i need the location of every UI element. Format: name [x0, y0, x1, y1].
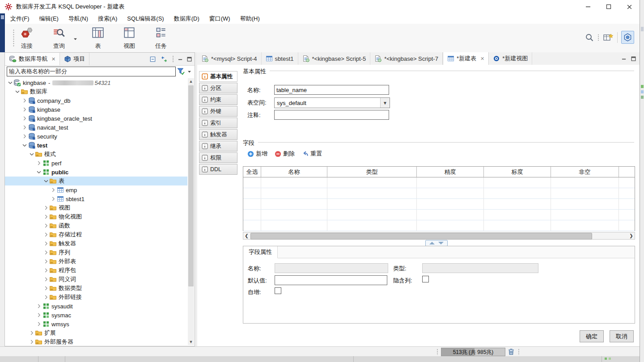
tree-item-模式[interactable]: 模式: [5, 150, 187, 159]
chevron-collapsed-icon[interactable]: [50, 186, 56, 194]
editor-tab-sbtest1[interactable]: sbtest1: [262, 52, 298, 65]
heap-status[interactable]: 513兆 (共 985兆): [441, 348, 505, 356]
collapse-all-icon[interactable]: [149, 56, 156, 63]
chevron-collapsed-icon[interactable]: [28, 329, 35, 337]
tree-item-同义词[interactable]: 同义词: [5, 275, 187, 284]
chevron-collapsed-icon[interactable]: [42, 267, 49, 274]
chevron-expanded-icon[interactable]: [28, 151, 35, 158]
table-filter-input[interactable]: [7, 67, 176, 76]
column-header-名称[interactable]: 名称: [261, 167, 327, 177]
navigator-tab-数据库导航[interactable]: 数据库导航✕: [5, 53, 60, 65]
side-tab-基本属性[interactable]: 基本属性: [199, 71, 237, 82]
garbage-collect-icon[interactable]: [507, 348, 515, 356]
menu-item-5[interactable]: SQL编辑器(S): [122, 13, 169, 24]
tree-item-test[interactable]: test: [5, 141, 187, 150]
side-tab-索引[interactable]: 索引: [199, 118, 237, 128]
window-minimize-button[interactable]: [578, 0, 598, 13]
tree-item-物化视图[interactable]: 物化视图: [5, 212, 187, 221]
tree-item-sysaudit[interactable]: sysaudit: [5, 302, 187, 311]
tree-item-序列[interactable]: 序列: [5, 248, 187, 257]
maximize-view-icon[interactable]: [187, 57, 192, 62]
column-header-类型[interactable]: 类型: [327, 167, 417, 177]
tree-item-表[interactable]: 表: [5, 177, 187, 185]
tree-item-扩展[interactable]: 扩展: [5, 328, 187, 337]
side-tab-约束[interactable]: 约束: [199, 94, 237, 105]
side-tab-权限[interactable]: 权限: [199, 152, 237, 163]
chevron-collapsed-icon[interactable]: [42, 240, 49, 247]
tree-item-wmsys[interactable]: wmsys: [5, 320, 187, 328]
window-maximize-button[interactable]: [598, 0, 619, 13]
scroll-up-icon[interactable]: ▲: [188, 78, 194, 84]
splitter-up-icon[interactable]: [429, 242, 435, 244]
link-with-editor-icon[interactable]: [160, 56, 168, 63]
tree-item-存储过程[interactable]: 存储过程: [5, 230, 187, 239]
tree-item-kingbase[interactable]: kingbase-54321: [5, 78, 187, 87]
autoincrement-checkbox[interactable]: [275, 287, 281, 294]
toolbar-视图-button[interactable]: 视图: [115, 26, 144, 50]
field-properties-tab[interactable]: 字段属性: [243, 246, 278, 258]
menu-item-6[interactable]: 数据库(D): [169, 13, 204, 24]
hidden-column-checkbox[interactable]: [422, 276, 429, 282]
splitter-down-icon[interactable]: [438, 242, 444, 244]
tree-item-kingbase[interactable]: kingbase: [5, 105, 187, 114]
tree-item-sysmac[interactable]: sysmac: [5, 311, 187, 320]
toolbar-连接-button[interactable]: 连接: [13, 26, 41, 50]
side-tab-触发器[interactable]: 触发器: [199, 129, 237, 140]
chevron-expanded-icon[interactable]: [42, 177, 49, 185]
side-tab-继承[interactable]: 继承: [199, 141, 237, 152]
tree-item-触发器[interactable]: 触发器: [5, 239, 187, 248]
chevron-expanded-icon[interactable]: [14, 88, 21, 95]
column-header-全选[interactable]: 全选: [243, 167, 261, 177]
chevron-down-icon[interactable]: [73, 37, 77, 41]
chevron-collapsed-icon[interactable]: [42, 276, 49, 283]
ok-button[interactable]: 确定: [580, 330, 604, 342]
tree-item-company_db[interactable]: company_db: [5, 96, 187, 105]
tree-item-navicat_test[interactable]: navicat_test: [5, 123, 187, 132]
chevron-collapsed-icon[interactable]: [42, 249, 49, 256]
cancel-button[interactable]: 取消: [610, 330, 634, 342]
filter-icon[interactable]: [177, 67, 185, 76]
tablespace-select[interactable]: sys_default ▼: [274, 97, 390, 108]
search-icon[interactable]: [585, 33, 594, 42]
minimize-view-icon[interactable]: [178, 57, 183, 62]
chevron-collapsed-icon[interactable]: [42, 204, 49, 211]
fields-table[interactable]: 全选名称类型精度标度非空: [243, 166, 635, 231]
chevron-collapsed-icon[interactable]: [42, 285, 49, 292]
chevron-collapsed-icon[interactable]: [50, 195, 56, 202]
editor-tab-新建视图[interactable]: *新建视图: [489, 52, 532, 65]
open-perspective-icon[interactable]: [603, 33, 614, 42]
filter-dropdown-icon[interactable]: [187, 70, 191, 74]
table-name-input[interactable]: [274, 85, 389, 95]
editor-tab-mysqlScript-4[interactable]: *<mysql> Script-4: [197, 52, 262, 65]
tree-scrollbar[interactable]: ▲ ▼: [188, 78, 194, 345]
chevron-collapsed-icon[interactable]: [42, 258, 49, 265]
splitter-handle[interactable]: [425, 240, 448, 246]
tree-item-kingbase_oracle_test[interactable]: kingbase_oracle_test: [5, 114, 187, 123]
menu-item-3[interactable]: 导航(N): [64, 13, 93, 24]
tree-item-数据类型[interactable]: 数据类型: [5, 284, 187, 293]
chevron-collapsed-icon[interactable]: [35, 303, 42, 310]
chevron-expanded-icon[interactable]: [21, 142, 28, 149]
chevron-collapsed-icon[interactable]: [42, 222, 49, 229]
column-header-非空[interactable]: 非空: [551, 167, 619, 177]
side-tab-分区[interactable]: 分区: [199, 83, 237, 93]
scroll-down-icon[interactable]: ▼: [188, 339, 194, 345]
chevron-collapsed-icon[interactable]: [28, 338, 35, 345]
comment-input[interactable]: [274, 110, 389, 120]
maximize-editor-icon[interactable]: [631, 56, 636, 61]
tree-scrollbar-thumb[interactable]: [188, 85, 194, 286]
editor-tab-kingbaseScript-7[interactable]: *<kingbase> Script-7: [370, 52, 443, 65]
tree-item-外部服务器[interactable]: 外部服务器: [5, 337, 187, 345]
editor-tab-新建表[interactable]: *新建表✕: [443, 52, 489, 65]
chevron-collapsed-icon[interactable]: [21, 115, 28, 122]
menu-item-7[interactable]: 窗口(W): [204, 13, 235, 24]
minimize-editor-icon[interactable]: [622, 56, 627, 61]
reset-fields-button[interactable]: 重置: [302, 150, 322, 158]
window-close-button[interactable]: [619, 0, 640, 13]
delete-field-button[interactable]: 删除: [275, 150, 295, 158]
chevron-expanded-icon[interactable]: [35, 168, 42, 176]
tree-item-视图[interactable]: 视图: [5, 203, 187, 212]
column-header-标度[interactable]: 标度: [484, 167, 551, 177]
scroll-left-icon[interactable]: ❮: [243, 232, 250, 239]
toolbar-任务-button[interactable]: 任务: [147, 26, 175, 50]
